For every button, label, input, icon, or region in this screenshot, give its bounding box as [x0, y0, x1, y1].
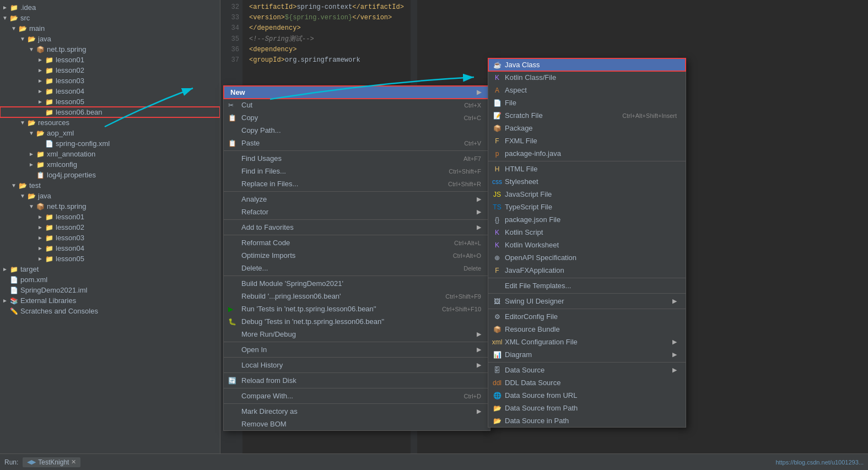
- tree-item-lesson02[interactable]: ►📁lesson02: [0, 65, 220, 75]
- run-tab-icon: ◀▶: [27, 458, 36, 466]
- menu-label-3: Copy Path...: [241, 126, 481, 134]
- menu-item-optimize-imports[interactable]: Optimize ImportsCtrl+Alt+O: [224, 249, 490, 262]
- tree-item-resources[interactable]: ▼📂resources: [0, 117, 220, 128]
- submenu-item-xml-configuration-file[interactable]: xmlXML Configuration File▶: [488, 336, 686, 348]
- submenu-item-data-source[interactable]: 🗄Data Source▶: [488, 364, 686, 376]
- menu-item-replace-in-files---[interactable]: Replace in Files...Ctrl+Shift+R: [224, 177, 490, 190]
- menu-item-refactor[interactable]: Refactor▶: [224, 206, 490, 218]
- menu-item-copy-path---[interactable]: Copy Path...: [224, 124, 490, 137]
- submenu-item-ddl-data-source[interactable]: ddlDDL Data Source: [488, 376, 686, 389]
- submenu-item-kotlin-script[interactable]: KKotlin Script: [488, 226, 686, 239]
- menu-item-cut[interactable]: ✂CutCtrl+X: [224, 99, 490, 111]
- tree-icon-idea: 📁: [10, 4, 18, 12]
- submenu-item-javafxapplication[interactable]: FJavaFXApplication: [488, 264, 686, 277]
- tree-item-lesson05[interactable]: ►📁lesson05: [0, 96, 220, 107]
- tree-item-target[interactable]: ►📁target: [0, 264, 220, 274]
- submenu-item-editorconfig-file[interactable]: ⚙EditorConfig File: [488, 310, 686, 323]
- menu-item-paste[interactable]: 📋PasteCtrl+V: [224, 137, 490, 149]
- submenu-item-java-class[interactable]: ☕Java Class: [488, 58, 686, 71]
- project-tree: ►📁.idea▼📂src▼📂main▼📂java▼📦net.tp.spring►…: [0, 0, 220, 453]
- run-tab-close[interactable]: ✕: [71, 458, 76, 466]
- tree-item-log4j[interactable]: 📋log4j.properties: [0, 170, 220, 180]
- tree-item-xmlconfig[interactable]: ►📁xmlconfig: [0, 159, 220, 170]
- tree-item-testnettspring[interactable]: ▼📦net.tp.spring: [0, 201, 220, 212]
- tree-item-testlesson05[interactable]: ►📁lesson05: [0, 253, 220, 264]
- tree-item-testjava[interactable]: ▼📂java: [0, 191, 220, 201]
- submenu-item-html-file[interactable]: HHTML File: [488, 163, 686, 175]
- submenu-item-resource-bundle[interactable]: 📦Resource Bundle: [488, 323, 686, 336]
- tree-item-idea[interactable]: ►📁.idea: [0, 2, 220, 13]
- submenu-item-swing-ui-designer[interactable]: 🖼Swing UI Designer▶: [488, 295, 686, 307]
- tree-icon-springdemoiml: 📄: [10, 287, 18, 294]
- menu-item-build-module--springdemo2021-[interactable]: Build Module 'SpringDemo2021': [224, 277, 490, 290]
- menu-icon-2: 📋: [228, 114, 236, 122]
- tree-label-testlesson02: lesson02: [56, 223, 84, 231]
- tree-item-testlesson01[interactable]: ►📁lesson01: [0, 212, 220, 222]
- menu-submenu-arrow-0: ▶: [477, 89, 481, 96]
- menu-item-new[interactable]: New▶: [224, 86, 490, 99]
- menu-item-delete---[interactable]: Delete...Delete: [224, 262, 490, 274]
- menu-item-more-run-debug[interactable]: More Run/Debug▶: [224, 328, 490, 341]
- submenu-item-data-source-from-path[interactable]: 📂Data Source from Path: [488, 402, 686, 414]
- submenu-item-package-json-file[interactable]: {}package.json File: [488, 213, 686, 226]
- menu-item-rebuild-----pring-lesson06-bean-[interactable]: Rebuild '...pring.lesson06.bean'Ctrl+Shi…: [224, 290, 490, 302]
- submenu-item-package-info-java[interactable]: ppackage-info.java: [488, 147, 686, 160]
- submenu-icon-25: xml: [492, 338, 503, 346]
- menu-item-find-in-files---[interactable]: Find in Files...Ctrl+Shift+F: [224, 165, 490, 177]
- menu-item-find-usages[interactable]: Find UsagesAlt+F7: [224, 152, 490, 165]
- submenu-item-scratch-file[interactable]: 📝Scratch FileCtrl+Alt+Shift+Insert: [488, 109, 686, 122]
- submenu-item-data-source-from-url[interactable]: 🌐Data Source from URL: [488, 389, 686, 402]
- tree-item-lesson06bean[interactable]: 📁lesson06.bean: [0, 107, 220, 117]
- submenu-item-fxml-file[interactable]: FFXML File: [488, 134, 686, 147]
- run-tab[interactable]: ◀▶ TestKnight ✕: [23, 457, 80, 467]
- submenu-icon-2: A: [492, 87, 503, 94]
- menu-item-add-to-favorites[interactable]: Add to Favorites▶: [224, 221, 490, 234]
- tree-item-test[interactable]: ▼📂test: [0, 180, 220, 191]
- menu-item-reload-from-disk[interactable]: 🔄Reload from Disk: [224, 374, 490, 387]
- tree-arrow-extlibs: ►: [2, 298, 10, 304]
- submenu-icon-23: ⚙: [492, 313, 503, 321]
- tree-item-scratches[interactable]: ✏️Scratches and Consoles: [0, 306, 220, 316]
- menu-item-mark-directory-as[interactable]: Mark Directory as▶: [224, 405, 490, 418]
- menu-item-compare-with---[interactable]: Compare With...Ctrl+D: [224, 390, 490, 402]
- submenu-item-typescript-file[interactable]: TSTypeScript File: [488, 201, 686, 213]
- menu-item-local-history[interactable]: Local History▶: [224, 359, 490, 371]
- tree-item-testlesson04[interactable]: ►📁lesson04: [0, 243, 220, 253]
- submenu-item-aspect[interactable]: AAspect: [488, 84, 686, 96]
- tree-label-main: main: [29, 24, 45, 33]
- submenu-item-kotlin-worksheet[interactable]: KKotlin Worksheet: [488, 239, 686, 251]
- tree-item-java[interactable]: ▼📂java: [0, 34, 220, 44]
- tree-item-pomxml[interactable]: 📄pom.xml: [0, 274, 220, 285]
- menu-item-analyze[interactable]: Analyze▶: [224, 193, 490, 206]
- submenu-item-data-source-in-path[interactable]: 📂Data Source in Path: [488, 414, 686, 427]
- submenu-item-diagram[interactable]: 📊Diagram▶: [488, 348, 686, 361]
- submenu-item-openapi-specification[interactable]: ⊕OpenAPI Specification: [488, 251, 686, 264]
- tree-item-nettspring[interactable]: ▼📦net.tp.spring: [0, 44, 220, 55]
- tree-item-lesson04[interactable]: ►📁lesson04: [0, 86, 220, 96]
- submenu-item-stylesheet[interactable]: cssStylesheet: [488, 175, 686, 188]
- tree-item-lesson03[interactable]: ►📁lesson03: [0, 75, 220, 86]
- submenu-item-edit-file-templates---[interactable]: Edit File Templates...: [488, 279, 686, 292]
- tree-item-springconfig[interactable]: 📄spring-config.xml: [0, 138, 220, 149]
- menu-separator-32: [224, 403, 490, 404]
- tree-item-main[interactable]: ▼📂main: [0, 23, 220, 34]
- submenu-item-file[interactable]: 📄File: [488, 96, 686, 109]
- tree-item-lesson01[interactable]: ►📁lesson01: [0, 55, 220, 65]
- menu-item-remove-bom[interactable]: Remove BOM: [224, 418, 490, 430]
- menu-item-open-in[interactable]: Open In▶: [224, 343, 490, 356]
- line-code-34: </dependency>: [249, 23, 404, 34]
- menu-item-copy[interactable]: 📋CopyCtrl+C: [224, 111, 490, 124]
- menu-item-debug--tests-in--net-tp-spring-lesson06-bean--[interactable]: 🐛Debug 'Tests in 'net.tp.spring.lesson06…: [224, 315, 490, 328]
- tree-item-aop_xml[interactable]: ▼📂aop_xml: [0, 128, 220, 138]
- submenu-item-kotlin-class-file[interactable]: KKotlin Class/File: [488, 71, 686, 84]
- tree-item-springdemoiml[interactable]: 📄SpringDemo2021.iml: [0, 285, 220, 295]
- submenu-item-package[interactable]: 📦Package: [488, 122, 686, 134]
- tree-item-src[interactable]: ▼📂src: [0, 13, 220, 23]
- submenu-item-javascript-file[interactable]: JSJavaScript File: [488, 188, 686, 201]
- tree-item-testlesson02[interactable]: ►📁lesson02: [0, 222, 220, 233]
- menu-item-reformat-code[interactable]: Reformat CodeCtrl+Alt+L: [224, 236, 490, 249]
- menu-item-run--tests-in--net-tp-spring-lesson06-bean--[interactable]: ▶Run 'Tests in 'net.tp.spring.lesson06.b…: [224, 302, 490, 315]
- tree-item-extlibs[interactable]: ►📚External Libraries: [0, 295, 220, 306]
- tree-item-testlesson03[interactable]: ►📁lesson03: [0, 233, 220, 243]
- tree-item-xml_annotation[interactable]: ►📁xml_annotation: [0, 149, 220, 159]
